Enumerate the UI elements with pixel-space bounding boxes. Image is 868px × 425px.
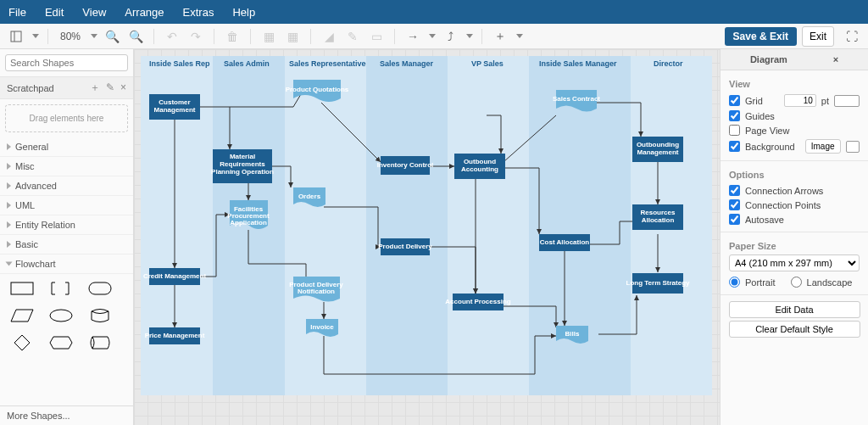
svg-text:VP Sales: VP Sales (471, 59, 504, 68)
delete-icon[interactable]: 🗑 (223, 27, 242, 46)
toolbar: 80% 🔍 🔍 ↶ ↷ 🗑 ▦ ▦ ◢ ✎ ▭ → ⤴ ＋ Save & Exi… (0, 24, 868, 49)
zoom-in-icon[interactable]: 🔍 (103, 27, 121, 46)
panel-title: Diagram (750, 54, 787, 64)
shape-cylinder-icon[interactable] (83, 305, 117, 327)
sidebar: Scratchpad ＋ ✎ × Drag elements here Gene… (0, 49, 134, 425)
connpoints-check[interactable] (729, 199, 740, 210)
menu-view[interactable]: View (82, 6, 106, 19)
menu-help[interactable]: Help (232, 6, 255, 19)
exit-button[interactable]: Exit (802, 26, 834, 47)
paper-label: Paper Size (729, 241, 860, 251)
svg-point-4 (50, 310, 72, 322)
toback-icon[interactable]: ▦ (283, 27, 302, 46)
cat-general[interactable]: General (0, 137, 133, 157)
clearstyle-button[interactable]: Clear Default Style (729, 321, 860, 338)
svg-text:CustomerManagement: CustomerManagement (154, 98, 196, 114)
shape-ellipse-icon[interactable] (44, 305, 78, 327)
svg-text:Price Management: Price Management (145, 332, 205, 339)
scratch-dropzone[interactable]: Drag elements here (5, 104, 128, 132)
bg-check[interactable] (729, 141, 740, 152)
paper-select[interactable]: A4 (210 mm x 297 mm) (729, 254, 860, 271)
svg-text:Credit Management: Credit Management (143, 272, 207, 280)
more-shapes[interactable]: More Shapes... (0, 405, 133, 425)
search-input[interactable] (5, 54, 128, 71)
pageview-check[interactable] (729, 125, 740, 136)
tofront-icon[interactable]: ▦ (259, 27, 278, 46)
svg-rect-0 (11, 31, 21, 42)
connarrows-check[interactable] (729, 185, 740, 196)
svg-text:Long Term Strategy: Long Term Strategy (626, 279, 691, 287)
cat-entity[interactable]: Entity Relation (0, 215, 133, 235)
expand-icon[interactable]: ⛶ (843, 27, 861, 46)
canvas[interactable]: Inside Sales Rep Sales Admin Sales Repre… (134, 49, 720, 425)
shapes-palette (0, 274, 133, 357)
layout-icon[interactable] (7, 27, 25, 46)
options-label: Options (729, 170, 860, 180)
waypoints-icon[interactable]: ⤴ (441, 27, 459, 46)
fill-icon[interactable]: ◢ (320, 27, 338, 46)
redo-icon[interactable]: ↷ (186, 27, 205, 46)
svg-text:Account Processing: Account Processing (445, 298, 510, 305)
bg-color-swatch[interactable] (846, 141, 860, 153)
cat-misc[interactable]: Misc (0, 157, 133, 176)
shape-diamond-icon[interactable] (5, 332, 39, 354)
svg-text:Product Delivery: Product Delivery (378, 243, 432, 250)
svg-text:Sales Representative: Sales Representative (289, 59, 366, 68)
svg-text:OutboundAccounting: OutboundAccounting (461, 158, 498, 173)
portrait-radio[interactable] (729, 277, 740, 288)
undo-icon[interactable]: ↶ (163, 27, 181, 46)
view-label: View (729, 79, 860, 89)
menu-edit[interactable]: Edit (45, 6, 64, 19)
edit-icon[interactable]: ✎ (106, 81, 114, 93)
menubar: File Edit View Arrange Extras Help (0, 0, 868, 24)
cat-uml[interactable]: UML (0, 196, 133, 215)
shadow-icon[interactable]: ▭ (367, 27, 386, 46)
shape-cyl2-icon[interactable] (83, 332, 117, 354)
format-panel: Diagram× View Gridpt Guides Page View Ba… (720, 49, 868, 425)
close-icon[interactable]: × (833, 54, 838, 64)
svg-text:Sales Admin: Sales Admin (224, 59, 270, 68)
connection-icon[interactable]: → (403, 27, 422, 46)
svg-text:Cost Allocation: Cost Allocation (540, 238, 589, 246)
grid-size-input[interactable] (784, 94, 816, 107)
diagram-svg: Inside Sales Rep Sales Admin Sales Repre… (141, 56, 714, 412)
svg-text:Bills: Bills (565, 330, 580, 338)
image-button[interactable]: Image (805, 139, 841, 154)
shape-trap-icon[interactable] (5, 305, 39, 327)
insert-icon[interactable]: ＋ (491, 27, 509, 46)
zoom-level[interactable]: 80% (57, 31, 84, 42)
svg-rect-2 (11, 282, 33, 294)
menu-arrange[interactable]: Arrange (125, 6, 164, 19)
landscape-radio[interactable] (791, 277, 802, 288)
guides-check[interactable] (729, 110, 740, 121)
zoom-out-icon[interactable]: 🔍 (126, 27, 145, 46)
svg-text:OutboundingManagement: OutboundingManagement (637, 141, 679, 156)
save-exit-button[interactable]: Save & Exit (725, 27, 797, 46)
cat-advanced[interactable]: Advanced (0, 176, 133, 196)
shape-bracket-icon[interactable] (44, 277, 78, 299)
shape-roundrect-icon[interactable] (83, 277, 117, 299)
svg-text:Sales Manager: Sales Manager (380, 59, 434, 68)
menu-file[interactable]: File (8, 6, 26, 19)
svg-text:Orders: Orders (298, 193, 321, 200)
grid-color-swatch[interactable] (834, 95, 860, 107)
svg-rect-3 (89, 282, 111, 294)
cat-flowchart[interactable]: Flowchart (0, 254, 133, 274)
cat-basic[interactable]: Basic (0, 235, 133, 254)
shape-hex-icon[interactable] (44, 332, 78, 354)
shape-rect-icon[interactable] (5, 277, 39, 299)
add-icon[interactable]: ＋ (90, 81, 100, 93)
editdata-button[interactable]: Edit Data (729, 301, 860, 318)
scratchpad-label: Scratchpad (7, 83, 54, 93)
svg-text:ResourcesAllocation: ResourcesAllocation (641, 209, 676, 224)
grid-check[interactable] (729, 95, 740, 106)
svg-text:Inventory Control: Inventory Control (377, 161, 434, 169)
line-icon[interactable]: ✎ (343, 27, 362, 46)
menu-extras[interactable]: Extras (183, 6, 214, 19)
close-icon[interactable]: × (120, 81, 126, 93)
autosave-check[interactable] (729, 214, 740, 225)
svg-text:Product Quotations: Product Quotations (286, 86, 349, 93)
svg-rect-9 (448, 56, 529, 395)
svg-text:Inside Sales Rep: Inside Sales Rep (149, 59, 210, 68)
svg-text:Invoice: Invoice (310, 323, 334, 331)
